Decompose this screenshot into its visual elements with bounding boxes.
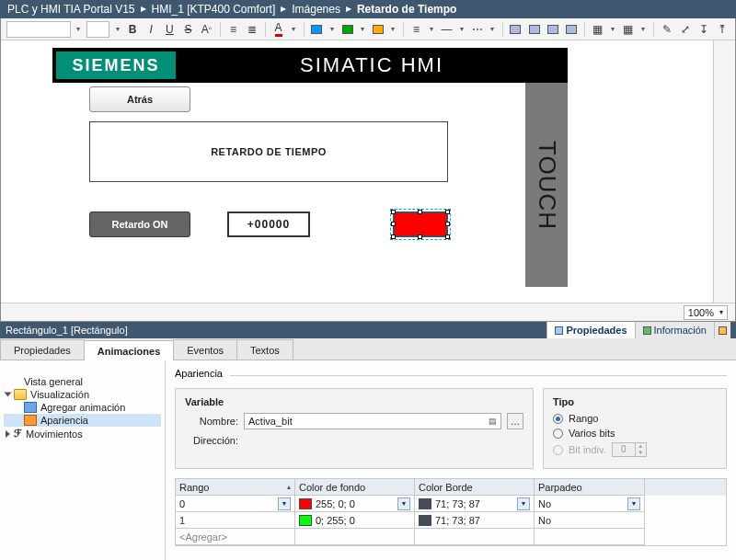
- font-color-button[interactable]: A: [271, 21, 286, 38]
- table-row[interactable]: 1 0; 255; 0 71; 73; 87 No: [176, 512, 726, 529]
- tool-c-button[interactable]: ↧: [696, 21, 711, 38]
- tree-movements[interactable]: ℱMovimientos: [4, 427, 161, 440]
- radio-rango[interactable]: Rango: [553, 413, 717, 424]
- tab-eventos[interactable]: Eventos: [173, 339, 237, 360]
- tab-propiedades[interactable]: Propiedades: [0, 339, 85, 360]
- bold-button[interactable]: B: [125, 21, 140, 38]
- radio-bitindiv: Bit indiv. 0 ▲▼: [553, 442, 717, 457]
- tipo-heading: Tipo: [553, 396, 717, 407]
- chevron-down-icon[interactable]: ▾: [428, 25, 436, 33]
- grid-2-button[interactable]: ▦: [621, 21, 636, 38]
- bc-seg-0[interactable]: PLC y HMI TIA Portal V15: [7, 3, 135, 16]
- address-label: Dirección:: [185, 435, 238, 446]
- layer-1-button[interactable]: [508, 21, 523, 38]
- hmi-back-button[interactable]: Atrás: [89, 86, 190, 112]
- chevron-down-icon[interactable]: ▾: [113, 25, 121, 33]
- inspector-tab-extra[interactable]: [714, 322, 730, 338]
- align-extra-button[interactable]: ≣: [245, 21, 259, 38]
- browse-button[interactable]: …: [507, 413, 523, 429]
- italic-button[interactable]: I: [144, 21, 158, 38]
- color-swatch[interactable]: [419, 498, 431, 509]
- format-a-button[interactable]: A^: [199, 21, 213, 38]
- vertical-scrollbar[interactable]: [713, 40, 735, 303]
- line-style-1-button[interactable]: ≡: [408, 21, 423, 38]
- up-icon: ▲: [635, 443, 646, 450]
- tab-textos[interactable]: Textos: [236, 339, 293, 360]
- tool-a-button[interactable]: ✎: [660, 21, 674, 38]
- line-style-2-button[interactable]: —: [439, 21, 454, 38]
- col-borde[interactable]: Color Borde: [415, 479, 535, 496]
- hmi-retardo-button[interactable]: Retardo ON: [89, 211, 190, 237]
- outline-color-button[interactable]: [370, 21, 385, 38]
- chevron-right-icon: ▸: [281, 2, 286, 15]
- chevron-down-icon[interactable]: ▾: [290, 25, 298, 33]
- tab-animaciones[interactable]: Animaciones: [84, 340, 174, 360]
- chevron-down-icon[interactable]: ▾: [609, 25, 617, 33]
- underline-button[interactable]: U: [162, 21, 177, 38]
- format-toolbar: ▾ ▾ B I U S A^ ≡ ≣ A ▾ ▾ ▾ ▾ ≡ ▾ — ▾: [1, 18, 735, 40]
- layer-4-button[interactable]: [564, 21, 579, 38]
- chevron-down-icon[interactable]: ▾: [359, 25, 367, 33]
- chevron-down-icon[interactable]: ▾: [75, 25, 83, 33]
- chevron-right-icon: ▸: [346, 2, 351, 15]
- hmi-rectangle-1[interactable]: [393, 211, 448, 237]
- tree-overview[interactable]: Vista general: [4, 375, 161, 388]
- line-color-button[interactable]: [339, 21, 354, 38]
- bc-seg-3[interactable]: Retardo de Tiempo: [357, 3, 456, 16]
- col-parpadeo[interactable]: Parpadeo: [535, 479, 645, 496]
- variable-panel: Variable Nombre: Activa_bit▤ … Dirección…: [175, 388, 534, 469]
- hmi-io-field[interactable]: +00000: [227, 211, 310, 237]
- radio-icon: [553, 414, 563, 424]
- down-icon: ▼: [635, 450, 646, 456]
- tree-appearance[interactable]: Apariencia: [4, 414, 161, 427]
- chevron-down-icon[interactable]: ▾: [458, 25, 466, 33]
- font-family-select[interactable]: [6, 21, 71, 38]
- folder-icon: [14, 389, 27, 400]
- sort-icon[interactable]: ▴: [287, 483, 291, 491]
- col-rango[interactable]: Rango▴: [176, 479, 295, 496]
- zoom-level[interactable]: 100%▾: [684, 305, 728, 320]
- fill-color-button[interactable]: [309, 21, 324, 38]
- chevron-down-icon[interactable]: ▾: [489, 25, 497, 33]
- range-table: Rango▴ Color de fondo Color Borde Parpad…: [175, 478, 727, 546]
- layer-3-button[interactable]: [546, 21, 560, 38]
- align-left-button[interactable]: ≡: [225, 21, 240, 38]
- chevron-down-icon[interactable]: ▾: [389, 25, 397, 33]
- tree-add-animation[interactable]: Agregar animación: [4, 401, 161, 414]
- chevron-down-icon[interactable]: ▼: [517, 497, 530, 510]
- expand-icon[interactable]: [6, 430, 10, 438]
- tool-d-button[interactable]: ⤒: [715, 21, 730, 38]
- chevron-down-icon[interactable]: ▼: [397, 497, 410, 510]
- chevron-down-icon[interactable]: ▼: [278, 497, 291, 510]
- font-size-select[interactable]: [86, 21, 109, 38]
- inspector-tab-properties[interactable]: Propiedades: [546, 322, 634, 338]
- strike-button[interactable]: S: [180, 21, 195, 38]
- chevron-down-icon[interactable]: ▼: [627, 497, 640, 510]
- inspector-tab-info[interactable]: Información: [635, 322, 714, 338]
- radio-varios[interactable]: Varios bits: [553, 428, 717, 439]
- table-row[interactable]: 0▼ 255; 0; 0▼ 71; 73; 87▼ No▼: [176, 496, 726, 512]
- variable-heading: Variable: [185, 396, 523, 407]
- list-icon[interactable]: ▤: [489, 417, 497, 426]
- breadcrumb: PLC y HMI TIA Portal V15 ▸ HMI_1 [KTP400…: [0, 0, 736, 18]
- color-swatch[interactable]: [299, 498, 312, 509]
- table-add-row[interactable]: <Agregar>: [176, 529, 726, 545]
- diagnostics-icon: [719, 326, 727, 335]
- bc-seg-1[interactable]: HMI_1 [KTP400 Comfort]: [152, 3, 276, 16]
- expand-icon[interactable]: [5, 393, 12, 397]
- chevron-down-icon[interactable]: ▾: [328, 25, 337, 33]
- tree-visualization[interactable]: Visualización: [4, 388, 161, 401]
- bc-seg-2[interactable]: Imágenes: [292, 3, 340, 16]
- color-swatch[interactable]: [419, 515, 431, 526]
- col-fondo[interactable]: Color de fondo: [295, 479, 415, 496]
- grid-1-button[interactable]: ▦: [591, 21, 605, 38]
- hmi-title-frame[interactable]: RETARDO DE TIEMPO: [89, 121, 448, 182]
- layer-2-button[interactable]: [526, 21, 541, 38]
- chevron-down-icon[interactable]: ▾: [639, 25, 648, 33]
- tool-b-button[interactable]: ⤢: [678, 21, 693, 38]
- line-style-3-button[interactable]: ⋯: [469, 21, 484, 38]
- color-swatch[interactable]: [299, 515, 312, 526]
- variable-name-input[interactable]: Activa_bit▤: [244, 413, 501, 429]
- screen-canvas[interactable]: SIEMENS SIMATIC HMI TOUCH Atrás RETARDO …: [1, 40, 713, 303]
- add-icon: [24, 402, 37, 413]
